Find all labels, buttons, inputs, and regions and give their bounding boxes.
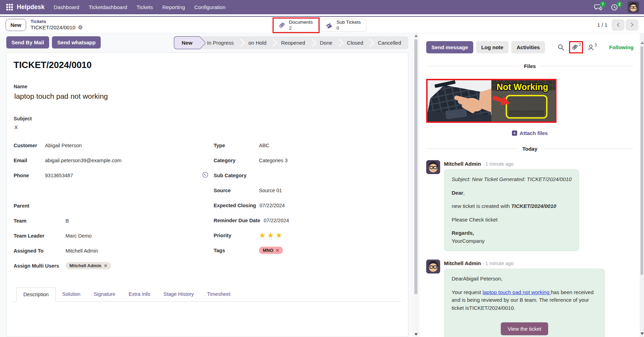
team-field[interactable]: B [66,218,69,224]
search-messages-icon[interactable] [557,43,565,52]
reminder-due-date-field[interactable]: 07/22/2024 [264,218,289,223]
pager: 1 / 1 [597,19,638,31]
avatar[interactable] [426,260,440,274]
followers-icon[interactable]: 3 [587,43,598,52]
user-avatar[interactable] [628,1,639,13]
tab-signature[interactable]: Signature [87,287,122,301]
assigned-to-field[interactable]: Mitchell Admin [66,248,98,254]
pager-previous-button[interactable] [612,19,624,31]
email-label: Email [14,158,39,163]
chatter-scrollbar-thumb[interactable] [641,46,643,275]
message-timestamp: - 1 minute ago [482,161,514,167]
files-header: Files [524,63,536,69]
subject-input[interactable]: X [14,124,401,130]
ticket-link[interactable]: laptop touch pad not working [483,289,551,295]
stage-done[interactable]: Done [313,36,340,49]
messages-icon[interactable]: 7 [594,3,603,11]
ticket-form-card: TICKET/2024/0010 Name laptop touch pad n… [6,52,408,337]
whatsapp-icon[interactable] [202,171,209,180]
remove-tag-icon[interactable]: ✕ [276,248,279,253]
plus-icon: + [512,130,517,136]
nav-item-configuration[interactable]: Configuration [194,4,225,10]
message-1: Mitchell Admin - 1 minute ago Subject: N… [426,160,634,251]
attachment-thumbnail[interactable]: Not Working [426,79,557,123]
control-panel: New Tickets TICKET/2024/0010 ⚙ Documents… [0,17,644,33]
send-message-button[interactable]: Send message [426,41,473,53]
tab-extra-info[interactable]: Extra Info [122,287,157,301]
remove-user-tag-icon[interactable]: ✕ [104,263,107,268]
sub-category-label: Sub Category [214,173,255,178]
documents-stat-button[interactable]: Documents 2 [274,19,319,32]
stage-reopened[interactable]: Reopened [274,36,312,49]
nav-item-dashboard[interactable]: Dashboard [54,4,79,10]
following-button[interactable]: Following [609,44,634,50]
view-the-ticket-button[interactable]: View the ticket [501,322,548,335]
nav-item-tickets[interactable]: Tickets [137,4,153,10]
attach-files-button[interactable]: + Attach files [426,130,634,136]
chatter-panel: Send message Log note Activities 2 3 Fol… [420,33,644,337]
star-icon: ★ [275,231,284,240]
scroll-down-arrow[interactable] [414,333,418,336]
breadcrumb-parent[interactable]: Tickets [31,19,83,24]
message-timestamp: - 1 minute ago [482,261,514,266]
star-icon: ★ [259,231,267,240]
form-region: Send By Mail Send whatsapp New In Progre… [0,33,420,337]
stage-on-hold[interactable]: on Hold [241,36,274,49]
category-field[interactable]: Categories 3 [259,158,288,163]
pager-next-button[interactable] [626,19,638,31]
priority-stars[interactable]: ★★★ [259,232,284,239]
tag-mno[interactable]: MNO ✕ [259,247,283,254]
message-author[interactable]: Mitchell Admin [444,260,481,266]
nav-item-reporting[interactable]: Reporting [162,4,185,10]
new-button[interactable]: New [6,19,26,31]
reminder-due-date-label: Reminder Due Date [214,218,260,223]
description-tab-content[interactable] [14,302,401,337]
main-scrollbar-thumb[interactable] [414,39,417,294]
apps-grid-icon[interactable] [6,4,13,11]
message-author[interactable]: Mitchell Admin [444,161,481,167]
ticket-title: TICKET/2024/0010 [14,60,401,70]
scroll-up-arrow[interactable] [414,35,418,37]
tab-solution[interactable]: Solution [56,287,87,301]
phone-label: Phone [14,173,39,178]
team-leader-field[interactable]: Marc Demo [66,233,92,239]
follower-count: 3 [595,43,597,47]
customer-field[interactable]: Abigail Peterson [45,143,82,148]
name-input[interactable]: laptop touch pad not working [14,92,401,100]
send-whatsapp-button[interactable]: Send whatsapp [52,36,101,48]
stage-new[interactable]: New [174,36,200,49]
main-scrollbar[interactable] [414,33,418,337]
nav-item-ticketdashboard[interactable]: Ticketdashboard [89,4,127,10]
today-label: Today [522,146,537,152]
scroll-up-arrow[interactable] [641,42,644,44]
paperclip-icon [571,44,578,51]
gear-icon[interactable]: ⚙ [78,25,83,30]
tab-stage-history[interactable]: Stage History [157,287,200,301]
expected-closing-field[interactable]: 07/22/2024 [260,203,285,208]
app-name[interactable]: Helpdesk [17,3,45,11]
tab-timesheet[interactable]: Timesheet [200,287,237,301]
priority-label: Priority [214,233,255,238]
stage-cancelled[interactable]: Cancelled [370,36,408,49]
breadcrumb: Tickets TICKET/2024/0010 ⚙ [31,19,83,31]
send-by-mail-button[interactable]: Send By Mail [6,36,49,48]
chatter-scrollbar[interactable] [640,33,644,337]
scroll-down-arrow[interactable] [641,332,644,335]
phone-field[interactable]: 9313653487 [45,173,73,178]
stage-closed[interactable]: Closed [340,36,371,49]
source-field[interactable]: Source 01 [259,188,282,193]
attachments-icon[interactable]: 2 [570,43,582,52]
chevron-left-icon [616,22,620,27]
activities-clock-icon[interactable]: 2 [611,3,619,11]
source-label: Source [214,188,255,193]
message-body: Subject: New Ticket Generated: TICKET/20… [444,169,579,251]
assign-multi-users-tag[interactable]: Mitchell Admin ✕ [66,262,111,269]
stage-in-progress[interactable]: In Progress [200,36,241,49]
subtickets-stat-button[interactable]: Sub Tickets 0 [321,19,367,32]
log-note-button[interactable]: Log note [476,41,508,53]
email-field[interactable]: abigail.peterson39@example.com [45,158,121,163]
type-field[interactable]: ABC [259,143,269,148]
avatar[interactable] [426,160,440,174]
activities-button[interactable]: Activities [511,41,545,53]
tab-description[interactable]: Description [16,287,56,302]
